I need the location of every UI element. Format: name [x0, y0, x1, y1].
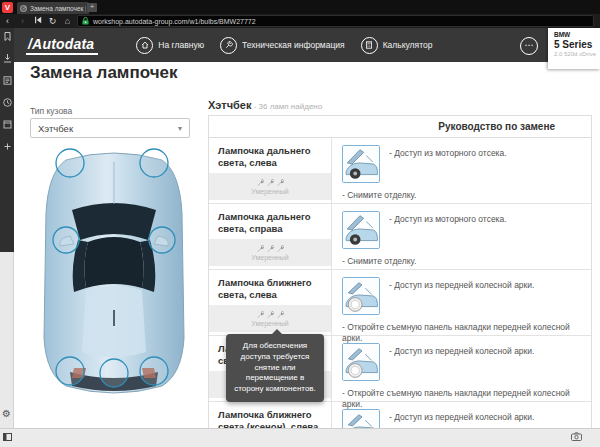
- marker-front-right[interactable]: [140, 149, 168, 177]
- table-row: Лампочка ближнего света, слева Умеренный: [209, 269, 591, 335]
- difficulty-wrench-icons: [256, 178, 285, 187]
- more-menu-button[interactable]: ⋯: [520, 37, 538, 55]
- guide-step: - Доступ из передней колесной арки.: [389, 412, 583, 423]
- tab-title: Замена лампочек | Autod: [30, 5, 86, 12]
- difficulty-label: Умеренный: [251, 254, 288, 261]
- marker-mirror-right[interactable]: [149, 227, 175, 253]
- vehicle-badge[interactable]: BMW 5 Series 2.0 520d xDrive: [548, 28, 600, 69]
- lamp-name: Лампочка дальнего света, слева: [209, 138, 331, 170]
- marker-mirror-left[interactable]: [53, 227, 79, 253]
- browser-toolbar: ‹ › ↻ ⌂ workshop.autodata-group.com/w1/b…: [0, 14, 600, 28]
- body-type-label: Тип кузова: [30, 106, 72, 116]
- calculator-icon: [361, 37, 378, 54]
- notes-panel-icon[interactable]: [3, 76, 12, 85]
- table-row: Лампочка дальнего света, справа Умеренны…: [209, 203, 591, 269]
- guide-step: - Снимите отделку.: [342, 256, 583, 267]
- open-hood-thumbnail-icon: [343, 146, 379, 182]
- settings-gear-icon[interactable]: ⚙: [2, 409, 12, 419]
- marker-rear-right[interactable]: [140, 357, 168, 385]
- guide-step: - Доступ из передней колесной арки.: [389, 346, 583, 357]
- reload-button[interactable]: ↻: [45, 14, 60, 28]
- open-hood-thumbnail-icon: [343, 212, 379, 248]
- lamp-name: Лампочка дальнего света, справа: [209, 204, 331, 236]
- guide-step: - Доступ из передней колесной арки.: [389, 280, 583, 291]
- wheel-arch-thumbnail-icon: [343, 344, 379, 380]
- nav-technical-info[interactable]: Техническая информация: [220, 37, 345, 54]
- access-tooltip: Для обеспечения доступа требуется снятие…: [226, 334, 324, 402]
- table-row: Лампочка дальнего света, слева Умеренный: [209, 138, 591, 203]
- home-icon: [136, 37, 153, 54]
- guide-step: - Снимите отделку.: [342, 190, 583, 201]
- vehicle-engine: 2.0 520d xDrive: [554, 51, 600, 57]
- url-text: workshop.autodata-group.com/w1/bulbs/BMW…: [93, 18, 256, 25]
- url-bar[interactable]: workshop.autodata-group.com/w1/bulbs/BMW…: [77, 15, 594, 27]
- guide-thumbnail[interactable]: [342, 277, 380, 315]
- forward-button[interactable]: ›: [15, 14, 30, 28]
- page-title: Замена лампочек: [30, 63, 177, 83]
- guide-column-header: Руководство по замене: [209, 116, 591, 138]
- secure-padlock-icon: [82, 17, 89, 25]
- chevron-down-icon: ▾: [178, 124, 182, 133]
- body-type-value: Хэтчбек: [38, 123, 73, 134]
- marker-rear-left[interactable]: [56, 357, 84, 385]
- lamp-name: Лампочка ближнего света, слева: [209, 270, 331, 302]
- car-top-view-diagram[interactable]: [30, 140, 198, 402]
- body-type-select[interactable]: Хэтчбек ▾: [30, 118, 190, 138]
- site-navbar: /Autodata На главную Техническая информа…: [14, 28, 600, 62]
- autodata-logo[interactable]: /Autodata: [26, 36, 98, 55]
- browser-panel-strip: [0, 28, 14, 252]
- tab-favicon-icon: [20, 5, 27, 12]
- vivaldi-menu-icon[interactable]: V: [2, 2, 13, 13]
- guide-thumbnail[interactable]: [342, 145, 380, 183]
- back-button[interactable]: ‹: [0, 14, 15, 28]
- difficulty-label: Умеренный: [251, 320, 288, 327]
- difficulty-indicator[interactable]: Умеренный: [209, 305, 331, 332]
- wrench-icon: [220, 37, 237, 54]
- downloads-panel-icon[interactable]: [3, 54, 12, 63]
- panel-toggle-icon[interactable]: [3, 433, 12, 441]
- vehicle-make: BMW: [554, 31, 600, 38]
- marker-front-left[interactable]: [56, 149, 84, 177]
- guide-step: - Доступ из моторного отсека.: [389, 214, 583, 225]
- home-button[interactable]: ⌂: [60, 14, 75, 28]
- difficulty-wrench-icons: [256, 310, 285, 319]
- windows-panel-icon[interactable]: [3, 120, 12, 129]
- browser-chrome: V Замена лампочек | Autod + ‹ › ↻ ⌂ work…: [0, 0, 600, 28]
- screenshot-camera-icon[interactable]: [571, 432, 582, 441]
- add-panel-icon[interactable]: [3, 142, 12, 151]
- results-heading: Хэтчбек - 36 ламп найдено: [208, 99, 322, 111]
- difficulty-label: Умеренный: [251, 188, 288, 195]
- guide-thumbnail[interactable]: [342, 211, 380, 249]
- difficulty-indicator[interactable]: Умеренный: [209, 239, 331, 266]
- wheel-arch-thumbnail-icon: [343, 278, 379, 314]
- guide-thumbnail[interactable]: [342, 343, 380, 381]
- browser-status-bar: [0, 428, 600, 447]
- vehicle-model: 5 Series: [554, 39, 600, 50]
- browser-panel-strip-lower: [0, 252, 14, 428]
- guide-step: - Доступ из моторного отсека.: [389, 148, 583, 159]
- nav-home[interactable]: На главную: [136, 37, 204, 54]
- bookmarks-panel-icon[interactable]: [3, 32, 12, 41]
- nav-calculator[interactable]: Калькулятор: [361, 37, 433, 54]
- history-panel-icon[interactable]: [3, 98, 12, 107]
- difficulty-indicator[interactable]: Умеренный: [209, 173, 331, 200]
- browser-tab[interactable]: Замена лампочек | Autod: [17, 2, 89, 14]
- marker-rear-center[interactable]: [100, 359, 128, 387]
- difficulty-wrench-icons: [256, 244, 285, 253]
- rewind-icon[interactable]: [30, 14, 45, 28]
- new-tab-button[interactable]: +: [87, 3, 97, 12]
